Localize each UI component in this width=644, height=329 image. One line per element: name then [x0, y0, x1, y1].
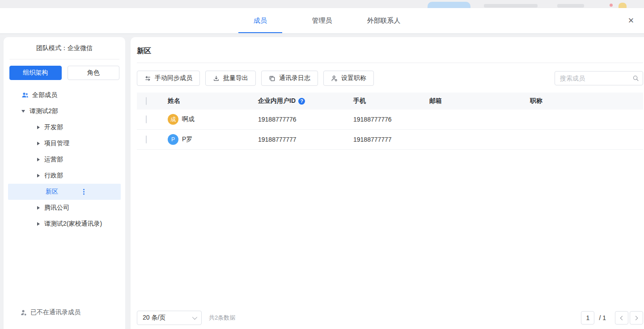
background-ghost-bar — [557, 4, 584, 8]
more-actions-icon[interactable] — [81, 187, 86, 197]
select-all-checkbox[interactable] — [146, 97, 147, 105]
sidebar-item-all-members[interactable]: 全部成员 — [4, 87, 125, 103]
org-structure-button[interactable]: 组织架构 — [9, 66, 62, 80]
modal-tab-bar: 成员 管理员 外部联系人 × — [0, 8, 644, 34]
total-count-label: 共2条数据 — [209, 314, 235, 322]
tree-item-label: 新区 — [46, 188, 58, 196]
page-number-input[interactable] — [581, 311, 594, 325]
page-size-select[interactable]: 20 条/页 — [137, 311, 202, 325]
tab-members[interactable]: 成员 — [238, 8, 282, 33]
tree-item-label: 腾讯公司 — [44, 204, 69, 212]
row-checkbox[interactable] — [146, 115, 147, 123]
removed-members-entry[interactable]: 已不在通讯录成员 — [20, 308, 80, 316]
chevron-left-icon — [620, 316, 625, 320]
contacts-admin-modal: 成员 管理员 外部联系人 × 团队模式：企业微信 组织架构 角色 全部成员 — [0, 0, 644, 329]
member-phone: 19188777777 — [353, 136, 429, 143]
set-job-title-button[interactable]: 设置职称 — [323, 71, 374, 86]
member-user-id: 19188777777 — [258, 136, 353, 143]
table-header-row: 姓名 企业内用户ID ? 手机 邮箱 职称 — [137, 93, 643, 110]
button-label: 设置职称 — [341, 74, 366, 82]
chevron-right-icon — [634, 316, 638, 320]
tree-item-label: 全部成员 — [32, 91, 57, 99]
person-gear-icon — [331, 75, 338, 82]
close-icon[interactable]: × — [624, 14, 638, 27]
sidebar-item-dept-tencent[interactable]: 腾讯公司 — [4, 200, 125, 216]
background-ghost-bar — [484, 4, 538, 8]
sidebar-item-dept-root[interactable]: 谭测试2部 — [4, 103, 125, 119]
download-icon — [213, 75, 220, 82]
background-notification-dot — [610, 4, 613, 7]
chevron-down-icon — [192, 315, 197, 320]
caret-right-icon[interactable] — [37, 222, 40, 226]
sidebar-item-dept-school[interactable]: 谭测试2(家校通讯录) — [4, 216, 125, 232]
tree-item-label: 谭测试2(家校通讯录) — [44, 220, 102, 228]
tree-item-label: 行政部 — [44, 172, 63, 180]
batch-export-button[interactable]: 批量导出 — [205, 71, 256, 86]
org-sidebar: 团队模式：企业微信 组织架构 角色 全部成员 谭测试2部 开 — [4, 37, 125, 329]
manual-sync-button[interactable]: 手动同步成员 — [137, 71, 200, 86]
sidebar-item-dept-admin[interactable]: 行政部 — [4, 168, 125, 184]
search-icon[interactable] — [632, 75, 639, 82]
member-name: P罗 — [182, 135, 192, 143]
tree-item-label: 项目管理 — [44, 139, 69, 148]
member-name-cell[interactable]: 成 啊成 — [168, 114, 258, 125]
help-icon[interactable]: ? — [298, 98, 305, 105]
background-blue-pill — [428, 2, 470, 8]
pager: / 1 — [581, 311, 643, 325]
caret-right-icon[interactable] — [37, 126, 40, 129]
page-title: 新区 — [137, 37, 643, 56]
sidebar-item-dept-dev[interactable]: 开发部 — [4, 119, 125, 135]
table-row: P P罗 19188777777 19188777777 — [137, 130, 643, 150]
caret-right-icon[interactable] — [37, 174, 40, 177]
next-page-button[interactable] — [630, 311, 643, 325]
tab-external-contacts[interactable]: 外部联系人 — [362, 8, 406, 33]
avatar: P — [168, 134, 178, 145]
column-header-user-id: 企业内用户ID ? — [258, 97, 353, 105]
member-name: 啊成 — [182, 115, 195, 123]
column-header-phone: 手机 — [353, 97, 429, 105]
role-button[interactable]: 角色 — [68, 66, 120, 80]
caret-down-icon[interactable] — [21, 110, 25, 113]
column-header-label: 企业内用户ID — [258, 97, 296, 105]
button-label: 批量导出 — [223, 74, 248, 82]
caret-right-icon[interactable] — [37, 158, 40, 161]
log-icon — [269, 75, 275, 82]
member-name-cell[interactable]: P P罗 — [168, 134, 258, 145]
caret-right-icon[interactable] — [37, 142, 40, 145]
row-checkbox[interactable] — [146, 135, 147, 143]
sidebar-item-dept-xinqu[interactable]: 新区 — [8, 184, 121, 200]
member-phone: 19188777776 — [353, 116, 429, 123]
column-header-job-title: 职称 — [530, 97, 643, 105]
page-total-label: / 1 — [599, 314, 606, 321]
previous-page-button[interactable] — [615, 311, 628, 325]
background-page-strip — [0, 0, 644, 8]
table-row: 成 啊成 19188777776 19188777776 — [137, 110, 643, 130]
page-size-label: 20 条/页 — [143, 314, 165, 322]
team-members-icon — [21, 92, 29, 99]
members-table: 姓名 企业内用户ID ? 手机 邮箱 职称 成 啊成 19188777776 1… — [137, 93, 643, 150]
members-panel: 新区 手动同步成员 批量导出 通讯录日志 — [131, 37, 644, 329]
button-label: 手动同步成员 — [155, 74, 192, 82]
team-mode-label: 团队模式：企业微信 — [9, 37, 119, 59]
tree-item-label: 开发部 — [44, 123, 63, 131]
pagination-bar: 20 条/页 共2条数据 / 1 — [137, 311, 643, 325]
background-avatar-blob — [619, 3, 627, 8]
tab-group: 成员 管理员 外部联系人 — [0, 8, 644, 33]
divider — [137, 63, 643, 63]
removed-person-icon — [20, 309, 27, 316]
removed-members-label: 已不在通讯录成员 — [30, 308, 80, 316]
contact-log-button[interactable]: 通讯录日志 — [261, 71, 318, 86]
tree-item-label: 谭测试2部 — [30, 107, 58, 115]
org-tree: 全部成员 谭测试2部 开发部 项目管理 运营部 行政部 — [4, 87, 125, 232]
search-input[interactable] — [555, 75, 627, 82]
sidebar-segmented-control: 组织架构 角色 — [9, 66, 119, 80]
caret-right-icon[interactable] — [37, 206, 40, 210]
sidebar-item-dept-project[interactable]: 项目管理 — [4, 135, 125, 152]
tab-admins[interactable]: 管理员 — [300, 8, 344, 33]
button-label: 通讯录日志 — [279, 74, 310, 82]
column-header-name: 姓名 — [168, 97, 258, 105]
column-header-email: 邮箱 — [429, 97, 530, 105]
toolbar: 手动同步成员 批量导出 通讯录日志 — [137, 71, 643, 86]
sidebar-item-dept-ops[interactable]: 运营部 — [4, 152, 125, 168]
sync-icon — [144, 75, 151, 82]
